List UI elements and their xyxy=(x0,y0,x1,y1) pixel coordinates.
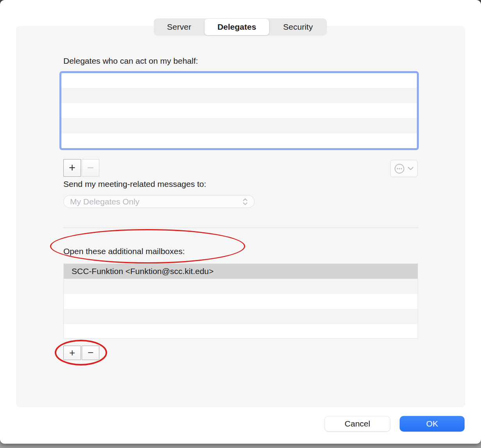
mailbox-list-row[interactable]: SCC-Funktion <Funktion@scc.kit.edu> xyxy=(64,264,418,279)
meeting-messages-select[interactable]: My Delegates Only xyxy=(63,195,255,208)
delegates-list-row xyxy=(61,118,417,133)
add-mailbox-button[interactable]: + xyxy=(63,346,81,360)
additional-mailboxes-list[interactable]: SCC-Funktion <Funktion@scc.kit.edu> xyxy=(63,263,418,339)
chevron-down-icon xyxy=(407,167,414,170)
circled-ellipsis-icon xyxy=(394,163,405,174)
ok-button[interactable]: OK xyxy=(400,416,465,432)
up-down-chevrons-icon xyxy=(242,197,248,206)
cancel-button[interactable]: Cancel xyxy=(325,416,390,432)
tab-security[interactable]: Security xyxy=(269,18,327,36)
remove-mailbox-button[interactable]: − xyxy=(82,346,99,360)
remove-delegate-button[interactable]: − xyxy=(82,159,99,177)
delegate-actions-pulldown-button[interactable] xyxy=(390,160,418,177)
mailbox-list-row xyxy=(64,309,418,324)
delegates-list-row xyxy=(61,73,417,88)
delegates-list-row xyxy=(61,88,417,103)
mailbox-list-row xyxy=(64,294,418,309)
tab-delegates[interactable]: Delegates xyxy=(205,19,269,35)
dialog-window: Server Delegates Security Delegates who … xyxy=(0,0,481,444)
meeting-messages-label: Send my meeting-related messages to: xyxy=(63,179,206,189)
meeting-messages-select-value: My Delegates Only xyxy=(70,197,139,206)
add-delegate-button[interactable]: + xyxy=(63,159,81,177)
delegates-list[interactable] xyxy=(59,71,419,150)
delegates-list-row xyxy=(61,103,417,118)
additional-mailboxes-label: Open these additional mailboxes: xyxy=(63,247,185,256)
delegates-list-row xyxy=(61,133,417,148)
tab-bar: Server Delegates Security xyxy=(154,18,327,36)
mailbox-list-row xyxy=(64,279,418,294)
section-separator xyxy=(63,228,418,228)
mailbox-list-controls: + − xyxy=(63,346,99,360)
mailbox-list-row xyxy=(64,324,418,339)
delegates-list-label: Delegates who can act on my behalf: xyxy=(63,56,198,66)
delegates-list-controls: + − xyxy=(63,159,99,177)
tab-server[interactable]: Server xyxy=(154,18,205,36)
